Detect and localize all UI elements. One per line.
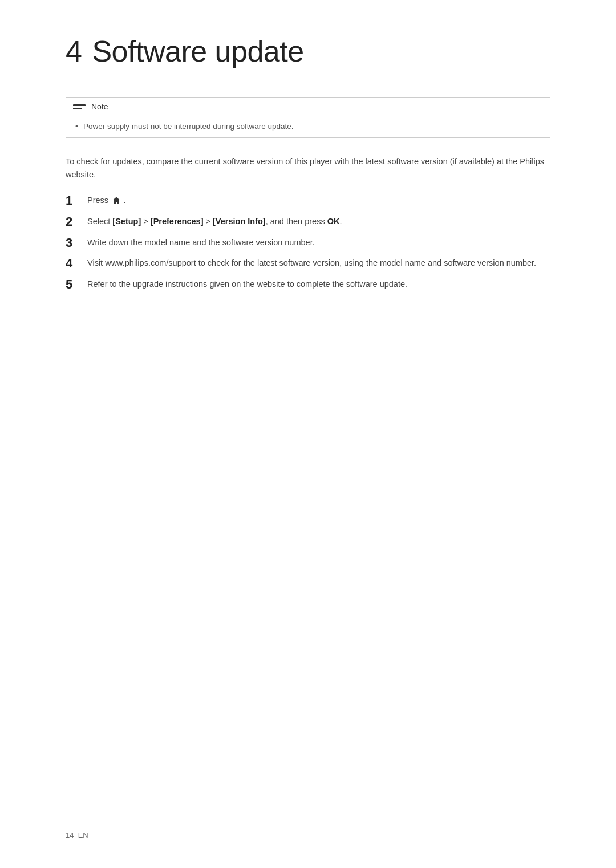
title-text: Software update [92, 35, 303, 68]
step-1-text: Press . [87, 194, 550, 207]
step-5-text: Refer to the upgrade instructions given … [87, 278, 550, 291]
step-1-number: 1 [66, 193, 87, 209]
note-label: Note [91, 102, 108, 111]
note-icon-line1 [73, 104, 86, 106]
steps-list: 1 Press . 2 Select [Setup] > [Preference… [66, 194, 550, 293]
step-4-text: Visit www.philips.com/support to check f… [87, 257, 550, 270]
note-icon-line2 [73, 108, 82, 109]
step-4: 4 Visit www.philips.com/support to check… [66, 257, 550, 272]
step-3-number: 3 [66, 235, 87, 252]
step-2-text: Select [Setup] > [Preferences] > [Versio… [87, 215, 550, 228]
step-2-number: 2 [66, 214, 87, 230]
note-body: Power supply must not be interrupted dur… [66, 116, 550, 137]
intro-text: To check for updates, compare the curren… [66, 155, 550, 181]
step-1: 1 Press . [66, 194, 550, 209]
page-number: 14 [66, 831, 74, 839]
step-3-text: Write down the model name and the softwa… [87, 236, 550, 249]
note-icon [73, 104, 86, 109]
language-label: EN [78, 831, 88, 839]
page-content: 4Software update Note Power supply must … [0, 0, 616, 344]
step-2: 2 Select [Setup] > [Preferences] > [Vers… [66, 215, 550, 230]
note-header: Note [66, 98, 550, 116]
note-box: Note Power supply must not be interrupte… [66, 97, 550, 138]
page-footer: 14 EN [66, 831, 88, 839]
note-list: Power supply must not be interrupted dur… [75, 122, 541, 131]
step-5-number: 5 [66, 277, 87, 293]
step-4-number: 4 [66, 255, 87, 272]
home-icon [112, 196, 121, 205]
step-5: 5 Refer to the upgrade instructions give… [66, 278, 550, 293]
page-title: 4Software update [66, 34, 550, 68]
step-3: 3 Write down the model name and the soft… [66, 236, 550, 252]
note-item: Power supply must not be interrupted dur… [75, 122, 541, 131]
chapter-number: 4 [66, 35, 82, 68]
